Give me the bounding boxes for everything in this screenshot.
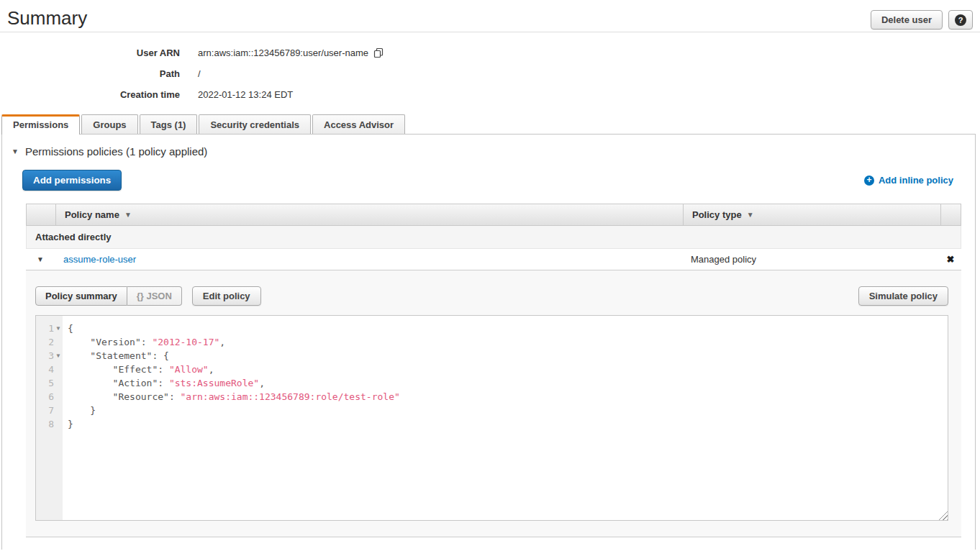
row-expander-caret-icon[interactable]: ▼ [26,255,55,263]
editor-line-number-gutter: 1▼23▼45678 [36,316,63,520]
permissions-toolbar: Add permissions + Add inline policy [2,158,975,191]
permissions-policies-section-toggle[interactable]: ▼ Permissions policies (1 policy applied… [2,135,975,158]
policy-table-header: Policy name ▼ Policy type ▼ [26,204,961,226]
policy-summary-toggle-button[interactable]: Policy summary [35,286,127,306]
code-line: "Version": "2012-10-17", [68,335,948,349]
editor-code-area[interactable]: { "Version": "2012-10-17", "Statement": … [63,316,948,520]
tab-groups[interactable]: Groups [81,114,137,134]
path-value: / [198,68,201,79]
fold-caret-icon[interactable]: ▼ [54,322,63,335]
add-permissions-button[interactable]: Add permissions [22,170,122,191]
add-inline-policy-link[interactable]: + Add inline policy [864,175,953,186]
tab-security-credentials[interactable]: Security credentials [199,114,311,134]
summary-fields: User ARN arn:aws:iam::123456789:user/use… [0,47,980,100]
creation-time-value: 2022-01-12 13:24 EDT [198,89,293,100]
field-row-path: Path / [0,68,980,79]
edit-policy-button[interactable]: Edit policy [192,286,261,306]
fold-caret-icon[interactable]: ▼ [54,349,63,363]
page-header: Summary Delete user ? [0,0,980,32]
tab-permissions[interactable]: Permissions [1,114,80,135]
header-actions: Delete user ? [871,10,973,29]
policy-view-toggle: Policy summary {} JSON [35,286,182,306]
user-arn-label: User ARN [0,47,180,58]
policy-detail-toolbar: Policy summary {} JSON Edit policy Simul… [35,286,948,306]
simulate-policy-button[interactable]: Simulate policy [858,286,948,306]
attached-directly-group-row: Attached directly [26,226,961,249]
actions-column-header [940,204,962,225]
add-inline-policy-label: Add inline policy [879,175,953,186]
policy-type-column-header[interactable]: Policy type ▼ [683,204,940,225]
code-line: } [68,417,948,431]
code-line: } [68,404,948,417]
help-icon: ? [955,14,966,26]
policy-type-value: Managed policy [682,254,940,265]
page-title: Summary [7,7,87,29]
help-button[interactable]: ? [948,10,973,29]
sort-caret-icon: ▼ [124,211,132,219]
expander-column-header [27,204,55,225]
remove-policy-icon[interactable]: ✖ [940,254,961,265]
json-toggle-button[interactable]: {} JSON [127,286,182,306]
sort-caret-icon: ▼ [747,211,754,219]
code-line: { [68,322,948,335]
policy-name-link[interactable]: assume-role-user [55,254,682,265]
collapse-caret-icon: ▼ [12,147,19,155]
user-arn-value: arn:aws:iam::123456789:user/user-name [198,47,368,58]
tab-bar: Permissions Groups Tags (1) Security cre… [1,114,980,134]
policy-name-column-header[interactable]: Policy name ▼ [55,204,683,225]
table-row: ▼ assume-role-user Managed policy ✖ [26,249,961,270]
permissions-policies-heading: Permissions policies (1 policy applied) [25,145,207,158]
field-row-creation-time: Creation time 2022-01-12 13:24 EDT [0,88,980,100]
copy-icon[interactable] [373,47,384,58]
plus-circle-icon: + [864,176,874,186]
creation-time-label: Creation time [0,89,180,100]
code-line: "Statement": { [68,349,948,363]
tab-tags[interactable]: Tags (1) [140,114,198,134]
code-line: "Resource": "arn:aws:iam::123456789:role… [68,390,948,404]
path-label: Path [0,68,180,79]
policy-table: Policy name ▼ Policy type ▼ Attached dir… [26,204,961,537]
code-line: "Action": "sts:AssumeRole", [68,376,948,390]
policy-detail-panel: Policy summary {} JSON Edit policy Simul… [26,270,961,537]
delete-user-button[interactable]: Delete user [871,10,943,29]
permissions-tab-panel: ▼ Permissions policies (1 policy applied… [1,134,976,550]
code-line: "Effect": "Allow", [68,363,948,376]
tab-access-advisor[interactable]: Access Advisor [312,114,405,134]
field-row-user-arn: User ARN arn:aws:iam::123456789:user/use… [0,47,980,58]
json-policy-editor[interactable]: 1▼23▼45678 { "Version": "2012-10-17", "S… [35,315,948,521]
